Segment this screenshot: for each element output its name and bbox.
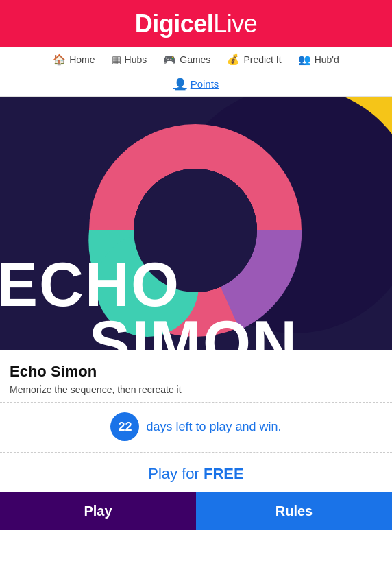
play-free-row: Play for FREE <box>0 453 392 492</box>
predict-icon: 💰 <box>227 53 240 66</box>
game-description: Memorize the sequence, then recreate it <box>10 384 382 395</box>
free-label: FREE <box>204 465 244 482</box>
app-header: DigicelLive <box>0 0 392 47</box>
nav-predict-it[interactable]: 💰 Predict It <box>219 47 289 73</box>
hero-svg: ECHO SIMON <box>0 97 392 350</box>
sub-nav: 👤 Points <box>0 73 392 97</box>
countdown-badge: 22 <box>110 412 139 441</box>
rules-button[interactable]: Rules <box>196 492 392 530</box>
nav-hubs-label: Hubs <box>125 54 147 65</box>
app-logo: DigicelLive <box>0 10 392 38</box>
nav-hubs[interactable]: ▦ Hubs <box>103 47 156 73</box>
person-icon: 👤 <box>173 78 187 91</box>
countdown-row: 22 days left to play and win. <box>0 402 392 453</box>
nav-predict-label: Predict It <box>243 54 281 65</box>
countdown-text: days left to play and win. <box>146 420 281 434</box>
nav-hubd-label: Hub'd <box>315 54 339 65</box>
game-info: Echo Simon Memorize the sequence, then r… <box>0 350 392 402</box>
nav-home-label: Home <box>69 54 95 65</box>
home-icon: 🏠 <box>53 53 66 66</box>
hero-image: ECHO SIMON <box>0 97 392 350</box>
logo-light: Live <box>213 10 257 38</box>
logo-bold: Digicel <box>135 10 214 38</box>
buttons-row: Play Rules <box>0 492 392 544</box>
points-link[interactable]: 👤 Points <box>173 78 219 91</box>
hubd-icon: 👥 <box>298 53 311 66</box>
nav-games-label: Games <box>180 54 210 65</box>
nav-games[interactable]: 🎮 Games <box>155 47 219 73</box>
game-title: Echo Simon <box>10 363 382 381</box>
play-button[interactable]: Play <box>0 492 196 530</box>
hubs-icon: ▦ <box>112 53 121 66</box>
svg-text:SIMON: SIMON <box>89 309 298 350</box>
nav-home[interactable]: 🏠 Home <box>45 47 103 73</box>
play-free-text: Play for FREE <box>148 465 243 482</box>
points-label: Points <box>191 78 219 90</box>
games-icon: 🎮 <box>163 53 176 66</box>
play-for-label: Play for <box>148 465 204 482</box>
nav-hubd[interactable]: 👥 Hub'd <box>290 47 347 73</box>
main-nav: 🏠 Home ▦ Hubs 🎮 Games 💰 Predict It 👥 Hub… <box>0 47 392 73</box>
